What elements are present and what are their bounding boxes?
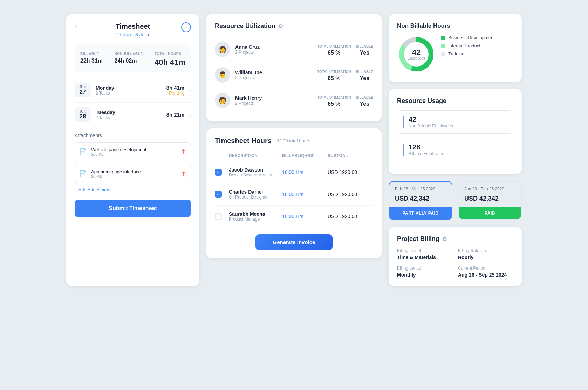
legend-label: Training bbox=[448, 51, 464, 56]
delete-attachment-button[interactable]: 🗑 bbox=[181, 171, 186, 177]
ru-info: 42 Non Billable Employees bbox=[409, 116, 453, 128]
avatar: 🧑 bbox=[215, 93, 230, 108]
ru-info: 128 Billable Employees bbox=[409, 143, 444, 156]
timesheet-nav: ‹ Timesheet 27 Jun - 3 Jul ▾ + bbox=[75, 22, 191, 44]
subtotal-value: USD 1920.00 bbox=[328, 214, 373, 219]
billing-item: Billing period Monthly bbox=[397, 266, 452, 278]
ru-items: 42 Non Billable Employees 128 Billable E… bbox=[397, 110, 513, 161]
timesheet-add-button[interactable]: + bbox=[181, 22, 191, 32]
invoice-card-2[interactable]: Jan 26 - Feb 25 2020 USD 42,342 PAID bbox=[458, 181, 522, 220]
chevron-right-icon: › bbox=[189, 88, 191, 93]
invoice-date-2: Jan 26 - Feb 25 2020 bbox=[459, 182, 521, 194]
billing-header: Project Billing ⚙ bbox=[397, 235, 513, 243]
resource-usage-item: 42 Non Billable Employees bbox=[397, 110, 513, 134]
legend-item: Internal Product bbox=[441, 43, 513, 48]
invoice-amount-1: USD 42,342 bbox=[389, 194, 452, 207]
billing-item: Billing Rate Unit Hourly bbox=[458, 248, 513, 260]
row-checkbox[interactable]: ✓ bbox=[215, 169, 222, 176]
add-attachment-button[interactable]: + Add Attachments bbox=[75, 187, 191, 193]
ru-accent bbox=[403, 116, 404, 128]
resource-list: 👩 Anna Cruz 2 Projects Total Utilization… bbox=[215, 37, 373, 113]
resource-usage-item: 128 Billable Employees bbox=[397, 138, 513, 161]
resource-billable-stat: Billable Yes bbox=[356, 43, 373, 56]
timesheet-hours-card: Timesheet Hours 32:00 total hours Descri… bbox=[206, 128, 382, 258]
total-hours: TOTAL HOURS 40h 41m bbox=[155, 50, 185, 67]
resource-utilization-stat: Total Utilization 65 % bbox=[317, 43, 351, 56]
row-checkbox[interactable]: ✓ bbox=[215, 191, 222, 198]
resource-util-title: Resource Utilization bbox=[215, 22, 275, 30]
billing-label: Billing period bbox=[397, 266, 452, 271]
resource-billable-stat: Billable Yes bbox=[356, 94, 373, 107]
resource-row: 🧑 Mark Henry 2 Projects Total Utilizatio… bbox=[215, 88, 373, 113]
billing-label: Billing Rate Unit bbox=[458, 248, 513, 253]
non-billable-title: Non Billable Hours bbox=[397, 22, 513, 29]
resource-row: 👩 Anna Cruz 2 Projects Total Utilization… bbox=[215, 37, 373, 62]
billing-value: Hourly bbox=[458, 255, 513, 260]
non-billable-inner: 42 Employees Business Development Intern… bbox=[397, 35, 513, 74]
hours-rows: ✓ Jacob Dawson Design System Manager 16:… bbox=[215, 161, 373, 227]
avatar: 👩 bbox=[215, 42, 230, 57]
timesheet-hours-header: Timesheet Hours 32:00 total hours bbox=[215, 137, 373, 145]
legend-dot bbox=[441, 52, 445, 56]
timesheet-date-range[interactable]: 27 Jun - 3 Jul ▾ bbox=[75, 32, 191, 37]
ts-hours-title: Timesheet Hours bbox=[215, 137, 272, 145]
legend-label: Business Development bbox=[448, 35, 495, 40]
legend-label: Internal Product bbox=[448, 43, 480, 48]
billing-item: Current Period Aug 26 - Sep 25 2024 bbox=[458, 266, 513, 278]
invoice-row: Feb 26 - Mar 25 2020 USD 42,342 PARTIALL… bbox=[389, 181, 522, 220]
attachments-list: 📄 Website page development 200 KB 🗑 📄 Ap… bbox=[75, 142, 191, 183]
billing-value: Time & Materials bbox=[397, 255, 452, 260]
subtotal-value: USD 1920.00 bbox=[328, 169, 373, 175]
billing-gear-icon[interactable]: ⚙ bbox=[442, 236, 447, 242]
dashboard: ‹ Timesheet 27 Jun - 3 Jul ▾ + BILLABLE … bbox=[66, 14, 522, 286]
project-billing-card: Project Billing ⚙ Billing model Time & M… bbox=[389, 227, 522, 286]
legend-item: Business Development bbox=[441, 35, 513, 40]
hours-value: 16:00 Hrs bbox=[282, 169, 328, 175]
generate-invoice-button[interactable]: Generate Invoice bbox=[255, 234, 333, 250]
resource-utilization-stat: Total Utilization 65 % bbox=[317, 94, 351, 107]
legend-dot bbox=[441, 36, 445, 40]
invoice-card-1[interactable]: Feb 26 - Mar 25 2020 USD 42,342 PARTIALL… bbox=[389, 181, 452, 220]
billing-value: Aug 26 - Sep 25 2024 bbox=[458, 272, 513, 278]
timesheet-back-button[interactable]: ‹ bbox=[75, 22, 77, 30]
resource-usage-title: Resource Usage bbox=[397, 97, 513, 105]
donut-center: 42 Employees bbox=[408, 49, 425, 60]
attachment-info: Website page development 200 KB bbox=[91, 147, 177, 156]
hours-row: Saurabh Meena Product Manager 16:00 Hrs … bbox=[215, 206, 373, 227]
invoice-amount-2: USD 42,342 bbox=[459, 194, 521, 207]
hours-summary: BILLABLE 22h 31m NON-BILLABLE 24h 02m TO… bbox=[75, 44, 191, 72]
attachment-item: 📄 App homepage interface 16 MB 🗑 bbox=[75, 165, 191, 183]
legend-dot bbox=[441, 44, 445, 48]
day-right: 8h 21m bbox=[166, 112, 185, 118]
day-info: Monday 2 Tasks bbox=[96, 85, 162, 96]
attachment-info: App homepage interface 16 MB bbox=[91, 169, 177, 179]
delete-attachment-button[interactable]: 🗑 bbox=[181, 149, 186, 155]
billing-grid: Billing model Time & Materials Billing R… bbox=[397, 248, 513, 278]
billing-title: Project Billing bbox=[397, 235, 439, 243]
submit-timesheet-button[interactable]: Submit Timesheet bbox=[75, 200, 191, 217]
timesheet-days: Jun 27 Monday 2 Tasks 8h 41m Pending › J… bbox=[75, 78, 191, 127]
resource-info: Mark Henry 2 Projects bbox=[235, 95, 312, 106]
resource-info: William Joe 2 Projects bbox=[235, 70, 312, 80]
subtotal-value: USD 1920.00 bbox=[328, 191, 373, 197]
timesheet-header: Timesheet 27 Jun - 3 Jul ▾ bbox=[75, 22, 191, 37]
gear-icon[interactable]: ⚙ bbox=[278, 23, 283, 29]
person-info: Saurabh Meena Product Manager bbox=[229, 211, 282, 222]
billing-item: Billing model Time & Materials bbox=[397, 248, 452, 260]
billing-value: Monthly bbox=[397, 272, 452, 278]
resource-utilization-stat: Total Utilization 65 % bbox=[317, 68, 351, 82]
chevron-right-icon: › bbox=[189, 112, 191, 118]
legend: Business Development Internal Product Tr… bbox=[441, 35, 513, 59]
attachment-item: 📄 Website page development 200 KB 🗑 bbox=[75, 142, 191, 161]
person-info: Charles Daniel Sr. Product Designer bbox=[229, 189, 282, 200]
avatar: 👨 bbox=[215, 67, 230, 83]
day-right: 8h 41m Pending bbox=[166, 85, 185, 96]
ru-accent bbox=[403, 144, 404, 156]
donut-chart: 42 Employees bbox=[397, 35, 436, 74]
ts-day-item[interactable]: Jun 28 Tuesday 2 Tasks 8h 21m › bbox=[75, 103, 191, 127]
ts-day-item[interactable]: Jun 27 Monday 2 Tasks 8h 41m Pending › bbox=[75, 78, 191, 103]
chevron-down-icon: ▾ bbox=[147, 32, 150, 37]
resource-row: 👨 William Joe 2 Projects Total Utilizati… bbox=[215, 62, 373, 88]
row-checkbox[interactable] bbox=[215, 213, 222, 220]
resource-usage-card: Resource Usage 42 Non Billable Employees… bbox=[389, 89, 522, 174]
